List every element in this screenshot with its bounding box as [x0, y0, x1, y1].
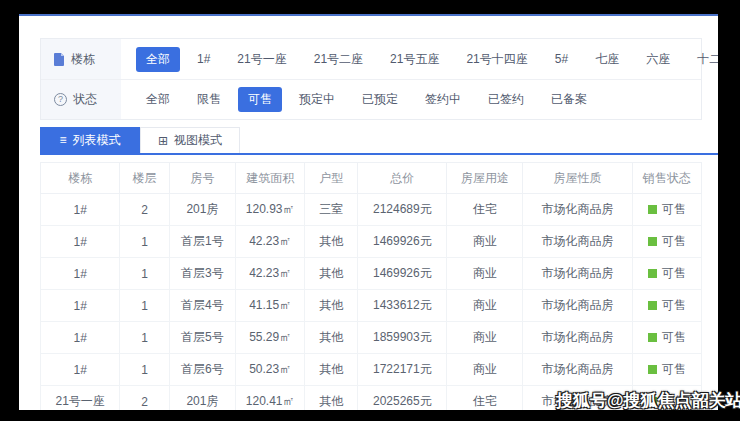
- cell-floor: 2: [120, 194, 170, 226]
- status-square-icon: [648, 365, 657, 374]
- cell-room: 首层5号: [169, 322, 235, 354]
- building-filter-option[interactable]: 21号一座: [227, 47, 296, 72]
- cell-total-price: 1469926元: [358, 258, 447, 290]
- cell-total-price: 2124689元: [358, 194, 447, 226]
- filter-box: 楼栋 全部1#21号一座21号二座21号五座21号十四座5#七座六座十二座 ? …: [40, 38, 702, 120]
- content-panel: 楼栋 全部1#21号一座21号二座21号五座21号十四座5#七座六座十二座 ? …: [19, 14, 718, 410]
- table-row[interactable]: 1#1首层5号55.29㎡其他1859903元商业市场化商品房可售: [41, 322, 702, 354]
- building-filter-option[interactable]: 十二座: [687, 47, 718, 72]
- cell-total-price: 1859903元: [358, 322, 447, 354]
- cell-property-nature: 市场化商品房: [523, 226, 632, 258]
- building-filter-option[interactable]: 七座: [585, 47, 629, 72]
- building-filter-option[interactable]: 21号二座: [304, 47, 373, 72]
- cell-building: 1#: [41, 194, 120, 226]
- cell-building: 1#: [41, 290, 120, 322]
- cell-unit-type: 其他: [305, 386, 358, 411]
- table-row[interactable]: 1#1首层3号42.23㎡其他1469926元商业市场化商品房可售: [41, 258, 702, 290]
- status-filter-option[interactable]: 限售: [187, 87, 231, 112]
- status-square-icon: [648, 237, 657, 246]
- cell-floor: 1: [120, 322, 170, 354]
- status-filter-option[interactable]: 已预定: [352, 87, 408, 112]
- cell-usage: 商业: [447, 226, 523, 258]
- cell-area: 42.23㎡: [235, 258, 304, 290]
- building-filter-label-text: 楼栋: [71, 51, 95, 68]
- cell-building: 1#: [41, 354, 120, 386]
- status-filter-option[interactable]: 可售: [238, 87, 282, 112]
- cell-property-nature: 市场化商品房: [523, 322, 632, 354]
- cell-building: 21号一座: [41, 386, 120, 411]
- col-header-floor: 楼层: [120, 163, 170, 194]
- status-filter-option[interactable]: 签约中: [415, 87, 471, 112]
- cell-area: 55.29㎡: [235, 322, 304, 354]
- col-header-usage: 房屋用途: [447, 163, 523, 194]
- status-filter-row: ? 状态 全部限售可售预定中已预定签约中已签约已备案: [41, 79, 701, 119]
- cell-floor: 2: [120, 386, 170, 411]
- cell-total-price: 1433612元: [358, 290, 447, 322]
- building-filter-option[interactable]: 21号十四座: [456, 47, 537, 72]
- cell-property-nature: 市场化商品房: [523, 194, 632, 226]
- tab-view-mode[interactable]: ⊞视图模式: [140, 127, 240, 153]
- list-icon: ≡: [59, 133, 66, 147]
- cell-usage: 商业: [447, 258, 523, 290]
- tab-label: 列表模式: [73, 132, 121, 149]
- status-filter-option[interactable]: 已签约: [478, 87, 534, 112]
- col-header-unit-type: 户型: [305, 163, 358, 194]
- cell-usage: 商业: [447, 322, 523, 354]
- status-filter-option[interactable]: 已备案: [541, 87, 597, 112]
- col-header-building: 楼栋: [41, 163, 120, 194]
- col-header-sales-status: 销售状态: [632, 163, 701, 194]
- cell-property-nature: 市场化商品房: [523, 258, 632, 290]
- grid-icon: ⊞: [158, 134, 168, 148]
- question-circle-icon[interactable]: ?: [54, 93, 67, 106]
- units-table: 楼栋楼层房号建筑面积户型总价房屋用途房屋性质销售状态 1#2201房120.93…: [40, 162, 702, 410]
- cell-unit-type: 其他: [305, 258, 358, 290]
- status-filter-option[interactable]: 全部: [136, 87, 180, 112]
- status-square-icon: [648, 301, 657, 310]
- col-header-area: 建筑面积: [235, 163, 304, 194]
- tab-list-mode[interactable]: ≡列表模式: [40, 127, 140, 153]
- cell-room: 201房: [169, 386, 235, 411]
- table-row[interactable]: 1#1首层1号42.23㎡其他1469926元商业市场化商品房可售: [41, 226, 702, 258]
- cell-floor: 1: [120, 258, 170, 290]
- cell-area: 42.23㎡: [235, 226, 304, 258]
- cell-usage: 住宅: [447, 194, 523, 226]
- cell-total-price: 1469926元: [358, 226, 447, 258]
- cell-floor: 1: [120, 290, 170, 322]
- table-row[interactable]: 1#1首层6号50.23㎡其他1722171元商业市场化商品房可售: [41, 354, 702, 386]
- document-icon: [54, 53, 65, 66]
- cell-floor: 1: [120, 354, 170, 386]
- table-row[interactable]: 1#2201房120.93㎡三室2124689元住宅市场化商品房可售: [41, 194, 702, 226]
- building-filter-option[interactable]: 21号五座: [380, 47, 449, 72]
- building-filter-option[interactable]: 5#: [545, 48, 578, 70]
- mode-tabs: ≡列表模式⊞视图模式: [40, 127, 240, 153]
- cell-room: 首层3号: [169, 258, 235, 290]
- watermark: 搜狐号@搜狐焦点韶关站: [556, 389, 740, 412]
- building-filter-label: 楼栋: [41, 39, 121, 79]
- building-filter-option[interactable]: 1#: [187, 48, 220, 70]
- cell-property-nature: 市场化商品房: [523, 354, 632, 386]
- cell-unit-type: 其他: [305, 290, 358, 322]
- cell-area: 120.41㎡: [235, 386, 304, 411]
- cell-building: 1#: [41, 226, 120, 258]
- cell-total-price: 2025265元: [358, 386, 447, 411]
- cell-sales-status: 可售: [632, 258, 701, 290]
- building-filter-option[interactable]: 六座: [636, 47, 680, 72]
- cell-sales-status: 可售: [632, 226, 701, 258]
- cell-property-nature: 市场化商品房: [523, 290, 632, 322]
- building-filter-option[interactable]: 全部: [136, 47, 180, 72]
- cell-unit-type: 其他: [305, 354, 358, 386]
- tabs-underline: [40, 153, 718, 155]
- cell-sales-status: 可售: [632, 194, 701, 226]
- cell-room: 首层1号: [169, 226, 235, 258]
- table-row[interactable]: 1#1首层4号41.15㎡其他1433612元商业市场化商品房可售: [41, 290, 702, 322]
- col-header-property-nature: 房屋性质: [523, 163, 632, 194]
- table-header-row: 楼栋楼层房号建筑面积户型总价房屋用途房屋性质销售状态: [41, 163, 702, 194]
- cell-floor: 1: [120, 226, 170, 258]
- cell-area: 120.93㎡: [235, 194, 304, 226]
- status-filter-option[interactable]: 预定中: [289, 87, 345, 112]
- cell-sales-status: 可售: [632, 354, 701, 386]
- building-filter-options: 全部1#21号一座21号二座21号五座21号十四座5#七座六座十二座: [121, 39, 718, 79]
- tab-label: 视图模式: [174, 132, 222, 149]
- status-filter-label: ? 状态: [41, 80, 121, 119]
- cell-sales-status: 可售: [632, 290, 701, 322]
